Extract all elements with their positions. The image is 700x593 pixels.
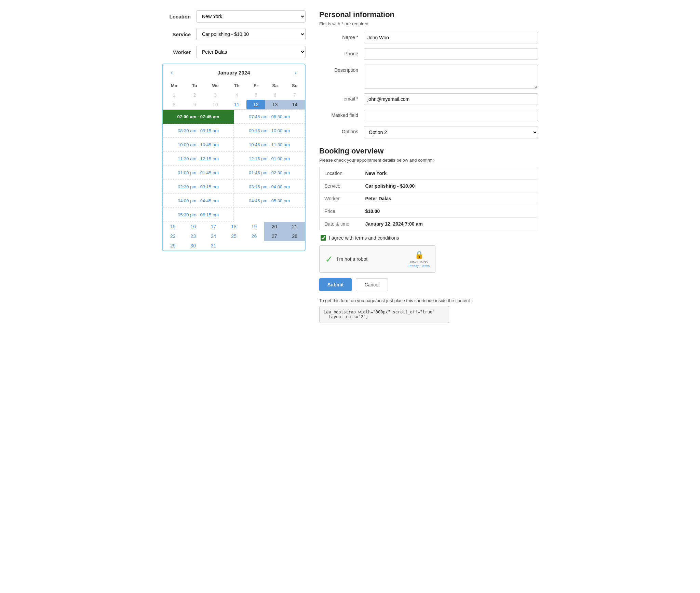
time-slot[interactable]: 04:45 pm - 05:30 pm	[234, 194, 305, 208]
description-input[interactable]	[364, 65, 538, 89]
time-slot[interactable]: 04:00 pm - 04:45 pm	[163, 194, 234, 208]
calendar-day: 1	[163, 90, 186, 100]
time-slot[interactable]: 07:00 am - 07:45 am	[163, 110, 234, 124]
calendar-day[interactable]: 18	[224, 222, 244, 231]
time-slot[interactable]: 03:15 pm - 04:00 pm	[234, 180, 305, 194]
options-row: Options Option 1 Option 2 Option 3	[319, 126, 538, 138]
calendar-day[interactable]: 25	[224, 231, 244, 241]
booking-row-label: Service	[320, 180, 361, 192]
time-slot[interactable]: 07:45 am - 08:30 am	[234, 110, 305, 124]
options-select[interactable]: Option 1 Option 2 Option 3	[364, 126, 538, 138]
calendar-day: 5	[246, 90, 265, 100]
calendar-day: 6	[265, 90, 285, 100]
calendar-day[interactable]: 17	[203, 222, 224, 231]
calendar-day[interactable]: 21	[285, 222, 305, 231]
description-label: Description	[319, 65, 364, 73]
booking-row-value: January 12, 2024 7:00 am	[361, 218, 538, 230]
booking-row-label: Price	[320, 205, 361, 218]
calendar-day[interactable]: 31	[203, 241, 224, 251]
cancel-button[interactable]: Cancel	[356, 278, 388, 291]
calendar-day[interactable]: 16	[183, 222, 203, 231]
recaptcha-text: I'm not a robot	[337, 256, 367, 262]
calendar-day: 2	[186, 90, 204, 100]
calendar-day[interactable]: 14	[285, 100, 305, 109]
calendar-grid-bottom: 1516171819202122232425262728293031	[163, 222, 305, 251]
booking-table: LocationNew YorkServiceCar polishing - $…	[319, 167, 538, 230]
location-label: Location	[162, 14, 196, 19]
options-label: Options	[319, 126, 364, 134]
booking-note: Please check your appointment details be…	[319, 158, 538, 163]
calendar-day	[264, 241, 284, 251]
worker-label: Worker	[162, 49, 196, 55]
calendar-day[interactable]: 20	[264, 222, 284, 231]
location-row: Location New York York New	[162, 10, 306, 23]
time-slot[interactable]: 12:15 pm - 01:00 pm	[234, 152, 305, 166]
worker-select[interactable]: Peter Dalas	[196, 46, 306, 58]
service-select[interactable]: Car polishing - $10.00	[196, 28, 306, 40]
weekday-mo: Mo	[163, 81, 186, 90]
submit-button[interactable]: Submit	[319, 278, 352, 291]
required-note: Fields with * are required	[319, 21, 538, 26]
description-row: Description	[319, 65, 538, 89]
calendar-day[interactable]: 15	[163, 222, 183, 231]
recaptcha-box: ✓ I'm not a robot 🔒 reCAPTCHA Privacy - …	[319, 245, 435, 273]
calendar-week: 22232425262728	[163, 231, 305, 241]
worker-row: Worker Peter Dalas	[162, 46, 306, 58]
email-row: email *	[319, 93, 538, 105]
shortcode-box[interactable]: [ea_bootstrap width="800px" scroll_off="…	[319, 306, 449, 323]
email-label: email *	[319, 93, 364, 102]
calendar-day	[285, 241, 305, 251]
phone-label: Phone	[319, 48, 364, 56]
calendar-day[interactable]: 27	[264, 231, 284, 241]
masked-input[interactable]	[364, 110, 538, 121]
booking-row-value: $10.00	[361, 205, 538, 218]
recaptcha-brand: reCAPTCHA	[410, 260, 428, 264]
terms-checkbox[interactable]	[321, 235, 326, 241]
calendar-day[interactable]: 13	[265, 100, 285, 109]
location-select[interactable]: New York York New	[196, 10, 306, 23]
weekday-th: Th	[227, 81, 246, 90]
calendar-day: 3	[204, 90, 227, 100]
booking-row: Date & timeJanuary 12, 2024 7:00 am	[320, 218, 538, 230]
calendar-day[interactable]: 12	[246, 100, 265, 109]
calendar-day[interactable]: 26	[244, 231, 264, 241]
weekday-fr: Fr	[246, 81, 265, 90]
calendar-day	[244, 241, 264, 251]
calendar-day	[224, 241, 244, 251]
recaptcha-links: Privacy - Terms	[408, 264, 430, 268]
service-label: Service	[162, 31, 196, 37]
calendar-grid: Mo Tu We Th Fr Sa Su 1234567891011121314	[163, 81, 305, 109]
time-slot[interactable]: 01:00 pm - 01:45 pm	[163, 166, 234, 180]
terms-label: I agree with terms and conditions	[329, 235, 399, 241]
calendar-day[interactable]: 29	[163, 241, 183, 251]
time-slot[interactable]: 10:45 am - 11:30 am	[234, 138, 305, 152]
calendar-day[interactable]: 24	[203, 231, 224, 241]
email-input[interactable]	[364, 93, 538, 105]
name-input[interactable]	[364, 32, 538, 43]
next-month-button[interactable]: ›	[292, 68, 299, 77]
btn-row: Submit Cancel	[319, 278, 538, 291]
time-slot[interactable]: 08:30 am - 09:15 am	[163, 124, 234, 138]
time-slot[interactable]: 02:30 pm - 03:15 pm	[163, 180, 234, 194]
calendar-day[interactable]: 11	[227, 100, 246, 109]
booking-overview-title: Booking overview	[319, 147, 538, 156]
phone-row: Phone	[319, 48, 538, 60]
booking-row-value: Car polishing - $10.00	[361, 180, 538, 192]
recaptcha-left: ✓ I'm not a robot	[325, 254, 367, 265]
time-slot[interactable]: 05:30 pm - 06:15 pm	[163, 208, 234, 222]
time-slot[interactable]: 11:30 am - 12:15 pm	[163, 152, 234, 166]
calendar-week: 891011121314	[163, 100, 305, 109]
calendar-day[interactable]: 30	[183, 241, 203, 251]
calendar-day[interactable]: 22	[163, 231, 183, 241]
calendar-day[interactable]: 19	[244, 222, 264, 231]
time-slot[interactable]: 09:15 am - 10:00 am	[234, 124, 305, 138]
calendar-day[interactable]: 28	[285, 231, 305, 241]
time-slot[interactable]: 10:00 am - 10:45 am	[163, 138, 234, 152]
terms-row: I agree with terms and conditions	[319, 235, 538, 241]
booking-row: WorkerPeter Dalas	[320, 192, 538, 205]
calendar-week: 293031	[163, 241, 305, 251]
time-slot[interactable]: 01:45 pm - 02:30 pm	[234, 166, 305, 180]
calendar-day[interactable]: 23	[183, 231, 203, 241]
phone-input[interactable]	[364, 48, 538, 60]
prev-month-button[interactable]: ‹	[168, 68, 176, 77]
